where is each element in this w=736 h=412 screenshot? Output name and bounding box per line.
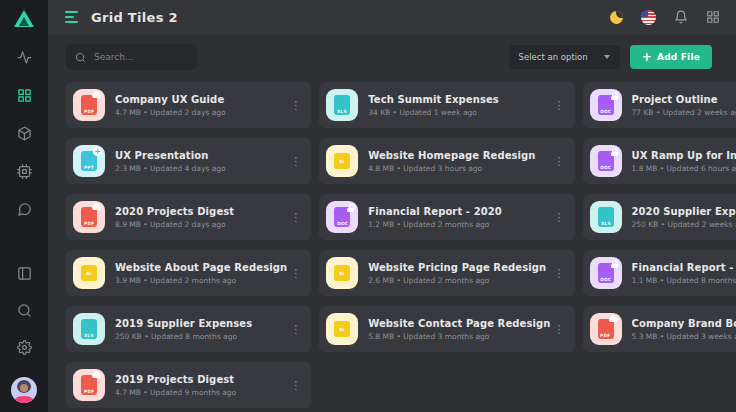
grid-squares-icon[interactable] <box>706 10 720 24</box>
file-ext-label: XLS <box>601 221 611 226</box>
file-ext-label: AI <box>340 158 345 163</box>
file-meta: 1.8 MB • Updated 6 hours ago <box>632 164 736 173</box>
file-card[interactable]: PDF Company UX Guide 4.7 MB • Updated 2 … <box>66 82 311 128</box>
file-info: UX Ramp Up for Interns 1.8 MB • Updated … <box>632 150 736 173</box>
file-meta: 5.8 MB • Updated 3 months ago <box>368 332 550 341</box>
sidebar-item-layout[interactable] <box>17 266 32 282</box>
kebab-menu-icon[interactable] <box>287 267 304 280</box>
file-name: 2020 Projects Digest <box>115 206 287 217</box>
file-card[interactable]: AI Website Homepage Redesign 4.8 MB • Up… <box>319 138 574 184</box>
plus-icon: + <box>642 51 652 63</box>
bell-icon[interactable] <box>674 10 688 24</box>
cloud-icon <box>609 317 618 322</box>
kebab-menu-icon[interactable] <box>551 267 568 280</box>
file-meta: 5.3 MB • Updated 3 weeks ago <box>632 332 736 341</box>
file-card[interactable]: PDF Company Brand Book 5.3 MB • Updated … <box>583 306 736 352</box>
sidebar-item-box[interactable] <box>17 126 32 142</box>
file-name: Company UX Guide <box>115 94 287 105</box>
file-ext-label: PDF <box>600 333 610 338</box>
option-select[interactable]: Select an option <box>509 45 620 69</box>
file-card[interactable]: AI Website Contact Page Redesign 5.8 MB … <box>319 306 574 352</box>
kebab-menu-icon[interactable] <box>287 379 304 392</box>
avatar-shirt <box>14 396 34 403</box>
sidebar-item-search[interactable] <box>17 303 32 319</box>
file-card[interactable]: PDF 2019 Projects Digest 4.7 MB • Update… <box>66 362 311 408</box>
file-info: 2019 Supplier Expenses 250 KB • Updated … <box>115 318 287 341</box>
file-info: Website Contact Page Redesign 5.8 MB • U… <box>368 318 550 341</box>
file-ext-label: DOC <box>337 221 348 226</box>
dark-mode-moon-icon[interactable] <box>610 11 623 24</box>
app-logo[interactable] <box>0 0 48 36</box>
kebab-menu-icon[interactable] <box>287 323 304 336</box>
file-name: Website About Page Redesign <box>115 262 287 273</box>
sidebar-item-grid[interactable] <box>17 88 32 104</box>
file-card[interactable]: DOC Project Outline 77 KB • Updated 2 we… <box>583 82 736 128</box>
sidebar-item-activity[interactable] <box>17 50 32 66</box>
file-info: Project Outline 77 KB • Updated 2 weeks … <box>632 94 736 117</box>
file-type-icon: DOC <box>326 201 358 233</box>
kebab-menu-icon[interactable] <box>551 211 568 224</box>
file-info: 2019 Projects Digest 4.7 MB • Updated 9 … <box>115 374 287 397</box>
file-card[interactable]: AI Website Pricing Page Redesign 2.6 MB … <box>319 250 574 296</box>
file-meta: 250 KB • Updated 2 weeks ago <box>632 220 736 229</box>
file-meta: 4.8 MB • Updated 3 hours ago <box>368 164 550 173</box>
hamburger-menu-icon[interactable] <box>65 11 78 23</box>
file-card[interactable]: XLS 2019 Supplier Expenses 250 KB • Upda… <box>66 306 311 352</box>
page-title: Grid Tiles 2 <box>91 10 178 25</box>
file-name: 2019 Supplier Expenses <box>115 318 287 329</box>
kebab-menu-icon[interactable] <box>287 155 304 168</box>
kebab-menu-icon[interactable] <box>551 323 568 336</box>
file-ext-label: DOC <box>600 165 611 170</box>
lock-icon <box>611 260 618 268</box>
file-info: Financial Report - 2019 1.1 MB • Updated… <box>632 262 736 285</box>
lock-icon <box>347 204 354 212</box>
sidebar-item-chat[interactable] <box>17 202 32 218</box>
kebab-menu-icon[interactable] <box>287 211 304 224</box>
file-name: UX Presentation <box>115 150 287 161</box>
toolbar-right: Select an option + Add File <box>509 45 712 69</box>
file-card[interactable]: XLS Tech Summit Expenses 34 KB • Updated… <box>319 82 574 128</box>
sidebar-item-settings[interactable] <box>17 340 32 356</box>
sidebar-item-cpu[interactable] <box>17 164 32 180</box>
file-card[interactable]: PDF 2020 Projects Digest 8.9 MB • Update… <box>66 194 311 240</box>
lock-icon <box>611 148 618 156</box>
file-type-icon: DOC <box>590 145 622 177</box>
search-input[interactable] <box>92 51 188 63</box>
file-meta: 34 KB • Updated 1 week ago <box>368 108 550 117</box>
cloud-icon <box>92 205 101 210</box>
file-card[interactable]: DOC Financial Report - 2019 1.1 MB • Upd… <box>583 250 736 296</box>
file-type-icon: PDF <box>73 201 105 233</box>
file-name: 2020 Supplier Expenses <box>632 206 736 217</box>
file-type-icon: AI <box>326 145 358 177</box>
lock-icon <box>611 92 618 100</box>
file-info: Website Homepage Redesign 4.8 MB • Updat… <box>368 150 550 173</box>
file-card[interactable]: XLS 2020 Supplier Expenses 250 KB • Upda… <box>583 194 736 240</box>
file-meta: 8.9 MB • Updated 2 days ago <box>115 220 287 229</box>
file-meta: 250 KB • Updated 8 months ago <box>115 332 287 341</box>
user-avatar[interactable] <box>11 377 37 403</box>
file-card[interactable]: DOC Financial Report - 2020 1.2 MB • Upd… <box>319 194 574 240</box>
file-card[interactable]: AI Website About Page Redesign 3.9 MB • … <box>66 250 311 296</box>
file-ext-label: PPT <box>84 165 94 170</box>
triangle-logo-icon <box>14 10 34 27</box>
file-type-icon: DOC <box>590 89 622 121</box>
file-info: 2020 Projects Digest 8.9 MB • Updated 2 … <box>115 206 287 229</box>
file-card[interactable]: PPT+ UX Presentation 2.3 MB • Updated 4 … <box>66 138 311 184</box>
search-box <box>66 44 197 70</box>
kebab-menu-icon[interactable] <box>551 99 568 112</box>
kebab-menu-icon[interactable] <box>287 99 304 112</box>
file-name: Financial Report - 2020 <box>368 206 550 217</box>
gear-icon <box>17 340 32 355</box>
add-file-button[interactable]: + Add File <box>630 45 712 69</box>
file-meta: 1.1 MB • Updated 8 months ago <box>632 276 736 285</box>
file-info: Tech Summit Expenses 34 KB • Updated 1 w… <box>368 94 550 117</box>
kebab-menu-icon[interactable] <box>551 155 568 168</box>
file-card[interactable]: DOC UX Ramp Up for Interns 1.8 MB • Upda… <box>583 138 736 184</box>
file-grid: PDF Company UX Guide 4.7 MB • Updated 2 … <box>48 74 736 412</box>
main-panel: Grid Tiles 2 Select an option + Add File <box>48 0 736 412</box>
sidebar-bottom <box>11 266 37 412</box>
plus-icon: + <box>93 147 102 156</box>
file-name: Website Contact Page Redesign <box>368 318 550 329</box>
us-flag-icon[interactable] <box>641 10 656 25</box>
file-name: Website Homepage Redesign <box>368 150 550 161</box>
